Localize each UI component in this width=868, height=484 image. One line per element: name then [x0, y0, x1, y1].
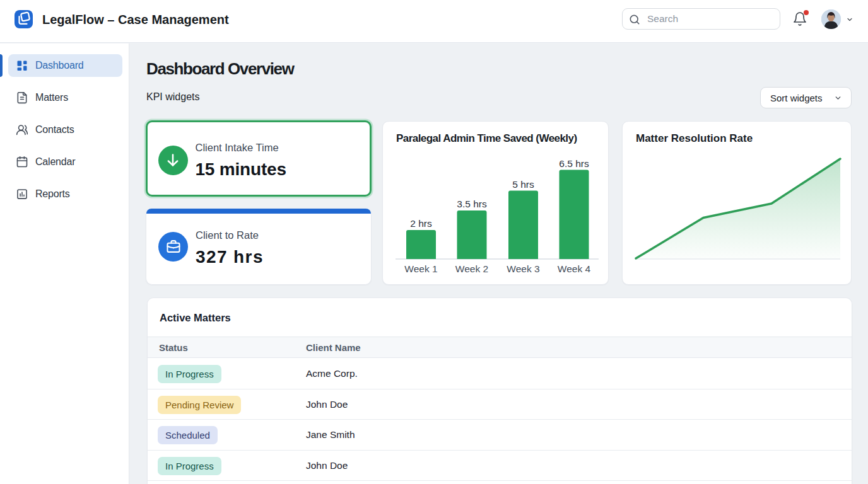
svg-text:Week 1: Week 1 — [404, 263, 437, 274]
svg-text:6.5 hrs: 6.5 hrs — [559, 158, 589, 169]
svg-text:Week 4: Week 4 — [558, 263, 591, 274]
svg-text:3.5 hrs: 3.5 hrs — [457, 199, 487, 209]
svg-text:Week 2: Week 2 — [455, 263, 488, 274]
svg-text:5 hrs: 5 hrs — [512, 179, 534, 190]
svg-text:2 hrs: 2 hrs — [410, 218, 432, 229]
svg-text:Week 3: Week 3 — [507, 263, 539, 274]
